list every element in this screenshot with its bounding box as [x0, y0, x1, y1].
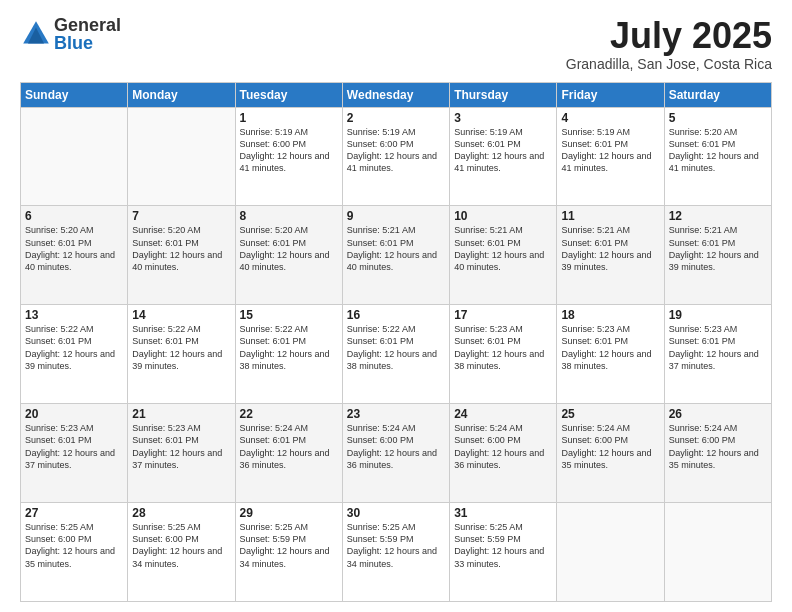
day-of-week-tuesday: Tuesday: [235, 82, 342, 107]
day-number: 25: [561, 407, 659, 421]
day-info: Sunrise: 5:20 AM Sunset: 6:01 PM Dayligh…: [25, 224, 123, 273]
day-header-row: SundayMondayTuesdayWednesdayThursdayFrid…: [21, 82, 772, 107]
day-number: 15: [240, 308, 338, 322]
calendar-cell: 18Sunrise: 5:23 AM Sunset: 6:01 PM Dayli…: [557, 305, 664, 404]
day-number: 28: [132, 506, 230, 520]
calendar-cell: 21Sunrise: 5:23 AM Sunset: 6:01 PM Dayli…: [128, 404, 235, 503]
day-info: Sunrise: 5:19 AM Sunset: 6:01 PM Dayligh…: [561, 126, 659, 175]
calendar-cell: 16Sunrise: 5:22 AM Sunset: 6:01 PM Dayli…: [342, 305, 449, 404]
day-number: 6: [25, 209, 123, 223]
day-number: 1: [240, 111, 338, 125]
day-number: 14: [132, 308, 230, 322]
day-info: Sunrise: 5:21 AM Sunset: 6:01 PM Dayligh…: [561, 224, 659, 273]
day-of-week-saturday: Saturday: [664, 82, 771, 107]
day-info: Sunrise: 5:19 AM Sunset: 6:01 PM Dayligh…: [454, 126, 552, 175]
day-info: Sunrise: 5:25 AM Sunset: 6:00 PM Dayligh…: [132, 521, 230, 570]
calendar-cell: 20Sunrise: 5:23 AM Sunset: 6:01 PM Dayli…: [21, 404, 128, 503]
calendar-cell: 29Sunrise: 5:25 AM Sunset: 5:59 PM Dayli…: [235, 503, 342, 602]
calendar-cell: 22Sunrise: 5:24 AM Sunset: 6:01 PM Dayli…: [235, 404, 342, 503]
month-title: July 2025: [566, 16, 772, 56]
day-number: 10: [454, 209, 552, 223]
day-number: 16: [347, 308, 445, 322]
calendar-cell: 9Sunrise: 5:21 AM Sunset: 6:01 PM Daylig…: [342, 206, 449, 305]
calendar-cell: 14Sunrise: 5:22 AM Sunset: 6:01 PM Dayli…: [128, 305, 235, 404]
day-info: Sunrise: 5:20 AM Sunset: 6:01 PM Dayligh…: [669, 126, 767, 175]
day-of-week-thursday: Thursday: [450, 82, 557, 107]
page: General Blue July 2025 Granadilla, San J…: [0, 0, 792, 612]
day-number: 7: [132, 209, 230, 223]
day-info: Sunrise: 5:25 AM Sunset: 5:59 PM Dayligh…: [347, 521, 445, 570]
calendar-cell: 19Sunrise: 5:23 AM Sunset: 6:01 PM Dayli…: [664, 305, 771, 404]
calendar-week-4: 20Sunrise: 5:23 AM Sunset: 6:01 PM Dayli…: [21, 404, 772, 503]
day-info: Sunrise: 5:23 AM Sunset: 6:01 PM Dayligh…: [132, 422, 230, 471]
calendar-cell: 13Sunrise: 5:22 AM Sunset: 6:01 PM Dayli…: [21, 305, 128, 404]
calendar-cell: 26Sunrise: 5:24 AM Sunset: 6:00 PM Dayli…: [664, 404, 771, 503]
day-info: Sunrise: 5:20 AM Sunset: 6:01 PM Dayligh…: [132, 224, 230, 273]
calendar-cell: 2Sunrise: 5:19 AM Sunset: 6:00 PM Daylig…: [342, 107, 449, 206]
calendar-cell: 8Sunrise: 5:20 AM Sunset: 6:01 PM Daylig…: [235, 206, 342, 305]
day-info: Sunrise: 5:24 AM Sunset: 6:00 PM Dayligh…: [561, 422, 659, 471]
calendar-cell: 5Sunrise: 5:20 AM Sunset: 6:01 PM Daylig…: [664, 107, 771, 206]
calendar-cell: [21, 107, 128, 206]
day-info: Sunrise: 5:19 AM Sunset: 6:00 PM Dayligh…: [240, 126, 338, 175]
day-number: 23: [347, 407, 445, 421]
calendar-week-2: 6Sunrise: 5:20 AM Sunset: 6:01 PM Daylig…: [21, 206, 772, 305]
calendar-cell: 10Sunrise: 5:21 AM Sunset: 6:01 PM Dayli…: [450, 206, 557, 305]
calendar-cell: 7Sunrise: 5:20 AM Sunset: 6:01 PM Daylig…: [128, 206, 235, 305]
day-info: Sunrise: 5:23 AM Sunset: 6:01 PM Dayligh…: [25, 422, 123, 471]
calendar-cell: 27Sunrise: 5:25 AM Sunset: 6:00 PM Dayli…: [21, 503, 128, 602]
day-info: Sunrise: 5:24 AM Sunset: 6:00 PM Dayligh…: [669, 422, 767, 471]
calendar-cell: 11Sunrise: 5:21 AM Sunset: 6:01 PM Dayli…: [557, 206, 664, 305]
day-of-week-sunday: Sunday: [21, 82, 128, 107]
logo-icon: [20, 18, 52, 50]
day-number: 19: [669, 308, 767, 322]
day-info: Sunrise: 5:24 AM Sunset: 6:00 PM Dayligh…: [454, 422, 552, 471]
day-info: Sunrise: 5:21 AM Sunset: 6:01 PM Dayligh…: [454, 224, 552, 273]
day-info: Sunrise: 5:25 AM Sunset: 5:59 PM Dayligh…: [240, 521, 338, 570]
day-info: Sunrise: 5:19 AM Sunset: 6:00 PM Dayligh…: [347, 126, 445, 175]
day-info: Sunrise: 5:20 AM Sunset: 6:01 PM Dayligh…: [240, 224, 338, 273]
calendar-week-3: 13Sunrise: 5:22 AM Sunset: 6:01 PM Dayli…: [21, 305, 772, 404]
day-info: Sunrise: 5:24 AM Sunset: 6:00 PM Dayligh…: [347, 422, 445, 471]
day-number: 18: [561, 308, 659, 322]
header: General Blue July 2025 Granadilla, San J…: [20, 16, 772, 72]
calendar-cell: [128, 107, 235, 206]
calendar-cell: 12Sunrise: 5:21 AM Sunset: 6:01 PM Dayli…: [664, 206, 771, 305]
day-info: Sunrise: 5:23 AM Sunset: 6:01 PM Dayligh…: [561, 323, 659, 372]
day-number: 22: [240, 407, 338, 421]
calendar-week-5: 27Sunrise: 5:25 AM Sunset: 6:00 PM Dayli…: [21, 503, 772, 602]
day-number: 21: [132, 407, 230, 421]
day-info: Sunrise: 5:21 AM Sunset: 6:01 PM Dayligh…: [669, 224, 767, 273]
day-number: 13: [25, 308, 123, 322]
calendar-cell: 24Sunrise: 5:24 AM Sunset: 6:00 PM Dayli…: [450, 404, 557, 503]
calendar-cell: [664, 503, 771, 602]
location-subtitle: Granadilla, San Jose, Costa Rica: [566, 56, 772, 72]
calendar-table: SundayMondayTuesdayWednesdayThursdayFrid…: [20, 82, 772, 602]
calendar-cell: 6Sunrise: 5:20 AM Sunset: 6:01 PM Daylig…: [21, 206, 128, 305]
day-number: 24: [454, 407, 552, 421]
day-of-week-wednesday: Wednesday: [342, 82, 449, 107]
title-block: July 2025 Granadilla, San Jose, Costa Ri…: [566, 16, 772, 72]
calendar-header: SundayMondayTuesdayWednesdayThursdayFrid…: [21, 82, 772, 107]
day-of-week-friday: Friday: [557, 82, 664, 107]
day-number: 29: [240, 506, 338, 520]
calendar-cell: 4Sunrise: 5:19 AM Sunset: 6:01 PM Daylig…: [557, 107, 664, 206]
day-info: Sunrise: 5:22 AM Sunset: 6:01 PM Dayligh…: [25, 323, 123, 372]
day-of-week-monday: Monday: [128, 82, 235, 107]
day-info: Sunrise: 5:25 AM Sunset: 6:00 PM Dayligh…: [25, 521, 123, 570]
calendar-cell: 30Sunrise: 5:25 AM Sunset: 5:59 PM Dayli…: [342, 503, 449, 602]
calendar-cell: 25Sunrise: 5:24 AM Sunset: 6:00 PM Dayli…: [557, 404, 664, 503]
calendar-cell: 17Sunrise: 5:23 AM Sunset: 6:01 PM Dayli…: [450, 305, 557, 404]
calendar-cell: 31Sunrise: 5:25 AM Sunset: 5:59 PM Dayli…: [450, 503, 557, 602]
day-info: Sunrise: 5:24 AM Sunset: 6:01 PM Dayligh…: [240, 422, 338, 471]
calendar-cell: 3Sunrise: 5:19 AM Sunset: 6:01 PM Daylig…: [450, 107, 557, 206]
day-info: Sunrise: 5:21 AM Sunset: 6:01 PM Dayligh…: [347, 224, 445, 273]
logo-general: General: [54, 16, 121, 34]
calendar-cell: 1Sunrise: 5:19 AM Sunset: 6:00 PM Daylig…: [235, 107, 342, 206]
calendar-cell: 28Sunrise: 5:25 AM Sunset: 6:00 PM Dayli…: [128, 503, 235, 602]
day-number: 4: [561, 111, 659, 125]
logo: General Blue: [20, 16, 121, 52]
day-number: 9: [347, 209, 445, 223]
day-number: 30: [347, 506, 445, 520]
day-number: 3: [454, 111, 552, 125]
